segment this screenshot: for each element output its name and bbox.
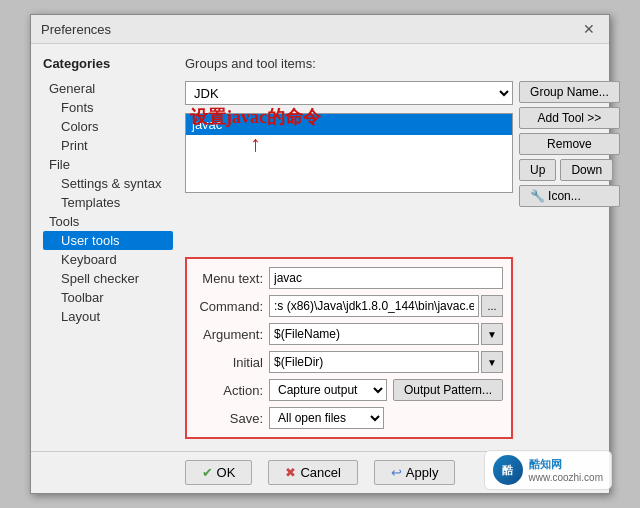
tools-list-item[interactable]: javac (186, 114, 512, 135)
sidebar-item-toolbar[interactable]: Toolbar (43, 288, 173, 307)
add-tool-button[interactable]: Add Tool >> (519, 107, 620, 129)
up-down-row: Up Down (519, 159, 620, 181)
action-label: Action: (195, 383, 263, 398)
groups-label: Groups and tool items: (185, 56, 620, 71)
sidebar-item-colors[interactable]: Colors (43, 117, 173, 136)
sidebar-title: Categories (43, 56, 173, 71)
down-button[interactable]: Down (560, 159, 613, 181)
output-pattern-button[interactable]: Output Pattern... (393, 379, 503, 401)
icon-button[interactable]: 🔧 Icon... (519, 185, 620, 207)
up-button[interactable]: Up (519, 159, 556, 181)
menu-text-input[interactable] (269, 267, 503, 289)
initial-row: Initial ▼ (195, 351, 503, 373)
argument-row: Argument: ▼ (195, 323, 503, 345)
ok-button[interactable]: ✔ OK (185, 460, 253, 485)
remove-button[interactable]: Remove (519, 133, 620, 155)
side-buttons: Group Name... Add Tool >> Remove Up Down… (519, 81, 620, 439)
action-row: Action: Capture output Display in dialog… (195, 379, 503, 401)
dialog-body: Categories GeneralFontsColorsPrintFileSe… (31, 44, 609, 451)
right-panel: JDK javac 设置javac的命令 ↑ (185, 81, 620, 439)
watermark-logo: 酷 (493, 455, 523, 485)
annotation-area: javac 设置javac的命令 ↑ (185, 113, 513, 193)
argument-dropdown-button[interactable]: ▼ (481, 323, 503, 345)
apply-icon: ↩ (391, 465, 402, 480)
watermark-text-group: 酷知网 www.coozhi.com (529, 457, 603, 483)
sidebar-item-spell-checker[interactable]: Spell checker (43, 269, 173, 288)
command-label: Command: (195, 299, 263, 314)
save-row: Save: All open files Current file only N… (195, 407, 503, 429)
sidebar-item-file[interactable]: File (43, 155, 173, 174)
command-browse-button[interactable]: ... (481, 295, 503, 317)
command-row: Command: ... (195, 295, 503, 317)
action-group: Capture output Display in dialog Ignore … (269, 379, 503, 401)
sidebar-item-print[interactable]: Print (43, 136, 173, 155)
sidebar-item-user-tools[interactable]: User tools (43, 231, 173, 250)
save-label: Save: (195, 411, 263, 426)
watermark-url: www.coozhi.com (529, 472, 603, 483)
wrench-icon: 🔧 (530, 189, 545, 203)
menu-text-label: Menu text: (195, 271, 263, 286)
argument-input-group: ▼ (269, 323, 503, 345)
sidebar: Categories GeneralFontsColorsPrintFileSe… (43, 56, 173, 439)
sidebar-item-templates[interactable]: Templates (43, 193, 173, 212)
dialog-title: Preferences (41, 22, 111, 37)
tools-area: JDK javac 设置javac的命令 ↑ (185, 81, 513, 439)
groups-select[interactable]: JDK (185, 81, 513, 105)
command-input[interactable] (269, 295, 479, 317)
sidebar-item-fonts[interactable]: Fonts (43, 98, 173, 117)
sidebar-item-keyboard[interactable]: Keyboard (43, 250, 173, 269)
title-bar: Preferences ✕ (31, 15, 609, 44)
ok-icon: ✔ (202, 465, 213, 480)
sidebar-item-general[interactable]: General (43, 79, 173, 98)
close-button[interactable]: ✕ (579, 21, 599, 37)
preferences-dialog: Preferences ✕ Categories GeneralFontsCol… (30, 14, 610, 494)
command-input-group: ... (269, 295, 503, 317)
details-box: Menu text: Command: ... (185, 257, 513, 439)
watermark: 酷 酷知网 www.coozhi.com (484, 450, 612, 490)
menu-text-row: Menu text: (195, 267, 503, 289)
initial-input[interactable] (269, 351, 479, 373)
tools-list: javac (185, 113, 513, 193)
group-name-button[interactable]: Group Name... (519, 81, 620, 103)
watermark-site: 酷知网 (529, 457, 603, 472)
initial-label: Initial (195, 355, 263, 370)
sidebar-item-layout[interactable]: Layout (43, 307, 173, 326)
sidebar-item-settings-syntax[interactable]: Settings & syntax (43, 174, 173, 193)
sidebar-item-tools[interactable]: Tools (43, 212, 173, 231)
main-content: Groups and tool items: JDK javac (185, 56, 620, 439)
initial-input-group: ▼ (269, 351, 503, 373)
cancel-button[interactable]: ✖ Cancel (268, 460, 357, 485)
initial-dropdown-button[interactable]: ▼ (481, 351, 503, 373)
groups-row: JDK (185, 81, 513, 105)
cancel-icon: ✖ (285, 465, 296, 480)
argument-input[interactable] (269, 323, 479, 345)
action-select[interactable]: Capture output Display in dialog Ignore … (269, 379, 387, 401)
apply-button[interactable]: ↩ Apply (374, 460, 456, 485)
argument-label: Argument: (195, 327, 263, 342)
save-select[interactable]: All open files Current file only Nothing (269, 407, 384, 429)
